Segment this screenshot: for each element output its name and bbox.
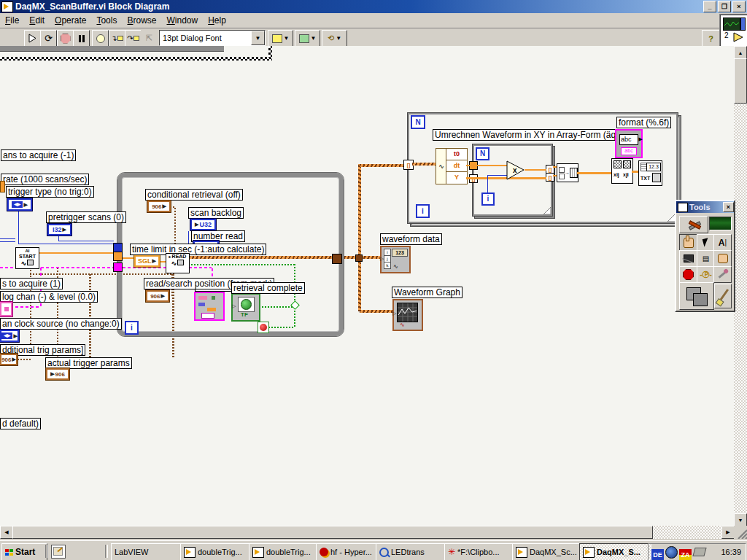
auto-tool-button[interactable] (679, 216, 708, 233)
step-out-button[interactable]: ⇱ (141, 30, 158, 47)
waveform-data-indicator[interactable]: ▷ i j k 123 ∿ (380, 246, 411, 273)
tools-palette-titlebar[interactable]: Tools × (676, 201, 734, 213)
tray-time[interactable]: 16:39 (721, 548, 741, 556)
breakpoint-stop-icon (683, 269, 694, 280)
pretrigger-scans-terminal[interactable]: I32▶ (47, 224, 71, 236)
waveform-graph-indicator[interactable]: ▷ ∿ (392, 299, 423, 331)
color-copy-tool[interactable] (713, 266, 732, 283)
distribute-objects-button[interactable]: ▼ (295, 30, 320, 47)
breakpoint-tool[interactable] (679, 266, 697, 283)
auto-index-tunnel[interactable]: [] (546, 173, 554, 182)
terminal-fragment[interactable] (0, 181, 5, 192)
scroll-right-button[interactable]: ▶ (721, 526, 735, 539)
inner-for-count-terminal[interactable]: N (476, 147, 489, 160)
menu-help[interactable]: Help (203, 14, 231, 27)
tray-za-icon[interactable]: ZA (679, 549, 692, 560)
align-objects-button[interactable]: ▼ (268, 30, 293, 47)
brush-tool[interactable] (714, 284, 732, 308)
language-indicator[interactable]: DE (651, 549, 664, 560)
multiply-node[interactable]: x (506, 160, 526, 180)
start-button[interactable]: Start (1, 543, 47, 560)
tools-close-button[interactable]: × (723, 202, 734, 212)
task-labview[interactable]: LabVIEW (111, 543, 183, 560)
maximize-button[interactable]: ❐ (718, 1, 731, 12)
error-out-cluster[interactable] (194, 292, 225, 321)
step-into-button[interactable]: ↴ (109, 30, 125, 47)
menu-tools[interactable]: Tools (91, 14, 122, 27)
minimize-button[interactable]: _ (703, 1, 716, 12)
pause-button[interactable] (73, 30, 90, 47)
position-tool[interactable] (697, 234, 715, 251)
help-button[interactable]: ? (702, 30, 720, 47)
iteration-terminal[interactable]: i (416, 204, 430, 218)
menu-browse[interactable]: Browse (122, 14, 161, 27)
ai-read-node[interactable]: ▸READ ∿ (166, 253, 190, 273)
auto-tool-led[interactable] (709, 217, 732, 230)
menu-window[interactable]: Window (161, 14, 203, 27)
task-doubletrig-2[interactable]: doubleTrig... (249, 543, 320, 560)
retrieval-complete-terminal[interactable]: ▷ TF (231, 293, 260, 322)
scroll-down-button[interactable]: ▼ (734, 513, 747, 526)
chevron-down-icon[interactable]: ▼ (251, 31, 265, 45)
unbundle-y[interactable]: Y (446, 171, 468, 184)
stop-terminal[interactable] (258, 322, 269, 333)
font-selector[interactable]: 13pt Dialog Font ▼ (159, 30, 266, 46)
object-shortcut-menu-tool[interactable]: ▤ (697, 250, 715, 267)
probe-tool[interactable]: -Ⓟ- (697, 266, 715, 283)
menu-edit[interactable]: Edit (24, 14, 50, 27)
tools-palette[interactable]: Tools × A| ▤ -Ⓟ- (675, 200, 735, 312)
transpose-array-node[interactable]: xij xji (611, 158, 633, 184)
vertical-scrollbar[interactable]: ▲ ▼ (734, 46, 747, 526)
vertical-scroll-thumb[interactable] (734, 58, 747, 104)
analog-chan-terminal[interactable] (0, 302, 12, 316)
task-hyperterminal[interactable]: hf - Hyper... (316, 543, 380, 560)
abort-button[interactable] (57, 30, 74, 47)
operate-value-tool[interactable] (679, 234, 697, 251)
set-color-tool[interactable] (679, 282, 714, 310)
reorder-button[interactable]: ⟲▼ (322, 30, 347, 47)
actual-trigger-terminal[interactable]: ▶906 (46, 368, 69, 380)
loop-tunnel-orange[interactable] (113, 252, 123, 261)
menu-operate[interactable]: Operate (50, 14, 91, 27)
scan-backlog-terminal[interactable]: ▶U32 (190, 219, 216, 230)
build-array-node[interactable]: → (557, 163, 578, 182)
edit-text-tool[interactable]: A| (713, 234, 732, 251)
horizontal-scrollbar[interactable]: ◀ ▶ (0, 526, 734, 539)
task-ledtrans[interactable]: LEDtrans (376, 543, 448, 560)
tray-clock-icon[interactable] (665, 546, 678, 559)
array-to-spreadsheet-node[interactable]: 12.3 TXT (638, 160, 662, 186)
scan-clock-terminal[interactable]: ◀▶▶ (0, 330, 19, 342)
window-resize-grip[interactable] (734, 526, 747, 539)
scroll-tool[interactable] (713, 250, 732, 267)
task-daqmx-1[interactable]: DaqMX_Sc... (512, 543, 584, 560)
time-limit-terminal[interactable]: SGL▶ (134, 255, 160, 267)
block-diagram-canvas[interactable]: i ans to acquire (-1) rate (1000 scans/s… (0, 46, 734, 526)
step-over-button[interactable]: ↷ (125, 30, 142, 47)
wire-tool[interactable] (679, 250, 697, 267)
additional-trig-terminal[interactable]: 906▶ (0, 354, 18, 365)
iteration-terminal[interactable]: i (125, 321, 139, 335)
close-button[interactable]: × (732, 1, 746, 12)
loop-tunnel-waveform[interactable] (332, 254, 342, 264)
trigger-type-terminal[interactable]: ◀▶▶ (7, 198, 32, 211)
scroll-left-button[interactable]: ◀ (0, 526, 13, 539)
wrench-screwdriver-icon (688, 219, 700, 230)
task-doubletrig-1[interactable]: doubleTrig... (180, 543, 252, 560)
highlight-execution-button[interactable] (92, 30, 109, 47)
run-continuous-button[interactable]: ⟳ (40, 30, 57, 47)
format-string-constant[interactable]: abc ▶ abc (615, 129, 643, 158)
read-search-terminal[interactable]: 906▶ (146, 290, 169, 302)
ai-start-node[interactable]: AI START ∿ (15, 247, 39, 269)
loop-tunnel-pink[interactable] (113, 262, 123, 272)
run-button[interactable] (24, 30, 41, 47)
tray-connector-icon[interactable] (692, 548, 706, 556)
task-daqmx-2-active[interactable]: DaqMX_S... (579, 543, 651, 560)
conditional-retrieval-terminal[interactable]: 906▶ (147, 201, 171, 212)
horizontal-scroll-thumb[interactable] (12, 526, 653, 539)
menu-file[interactable]: File (0, 14, 24, 27)
for-loop-count-terminal[interactable]: N (411, 115, 425, 129)
iteration-terminal[interactable]: i (481, 192, 495, 206)
task-clipboard[interactable]: ✳ *F:\Clipbo... (444, 543, 516, 560)
quick-launch-icon[interactable] (51, 545, 66, 559)
scroll-up-button[interactable]: ▲ (734, 46, 747, 59)
